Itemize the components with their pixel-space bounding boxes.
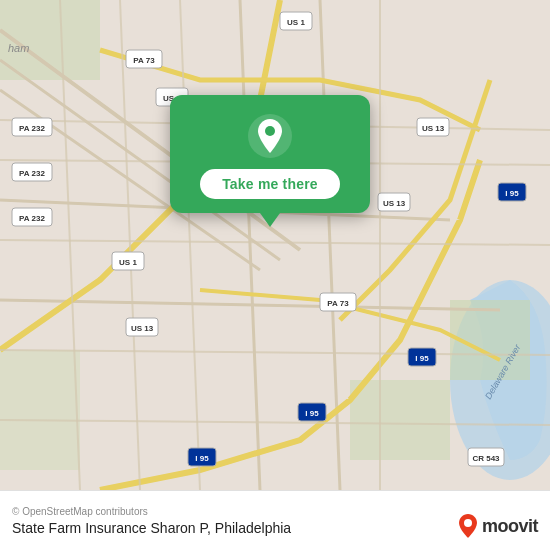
svg-text:I 95: I 95 <box>305 409 319 418</box>
take-me-there-button[interactable]: Take me there <box>200 169 340 199</box>
svg-text:US 13: US 13 <box>383 199 406 208</box>
map-container: US 1 US 1 US 1 PA 232 PA 232 PA 232 PA 7… <box>0 0 550 490</box>
moovit-logo: moovit <box>458 514 538 538</box>
svg-text:I 95: I 95 <box>505 189 519 198</box>
svg-text:PA 232: PA 232 <box>19 169 45 178</box>
svg-text:ham: ham <box>8 42 29 54</box>
svg-point-58 <box>464 519 472 527</box>
svg-text:I 95: I 95 <box>415 354 429 363</box>
moovit-pin-icon <box>458 514 478 538</box>
svg-text:I 95: I 95 <box>195 454 209 463</box>
svg-text:US 1: US 1 <box>119 258 137 267</box>
svg-text:PA 73: PA 73 <box>327 299 349 308</box>
svg-rect-4 <box>350 380 450 460</box>
moovit-brand-text: moovit <box>482 516 538 537</box>
svg-text:PA 73: PA 73 <box>133 56 155 65</box>
popup-card: Take me there <box>170 95 370 213</box>
location-pin-icon <box>247 113 293 159</box>
svg-text:US 1: US 1 <box>287 18 305 27</box>
svg-text:CR 543: CR 543 <box>472 454 500 463</box>
svg-text:PA 232: PA 232 <box>19 214 45 223</box>
svg-text:PA 232: PA 232 <box>19 124 45 133</box>
svg-point-57 <box>265 126 275 136</box>
footer-bar: © OpenStreetMap contributors State Farm … <box>0 490 550 550</box>
svg-text:US 13: US 13 <box>131 324 154 333</box>
svg-rect-5 <box>0 350 80 470</box>
svg-text:US 13: US 13 <box>422 124 445 133</box>
